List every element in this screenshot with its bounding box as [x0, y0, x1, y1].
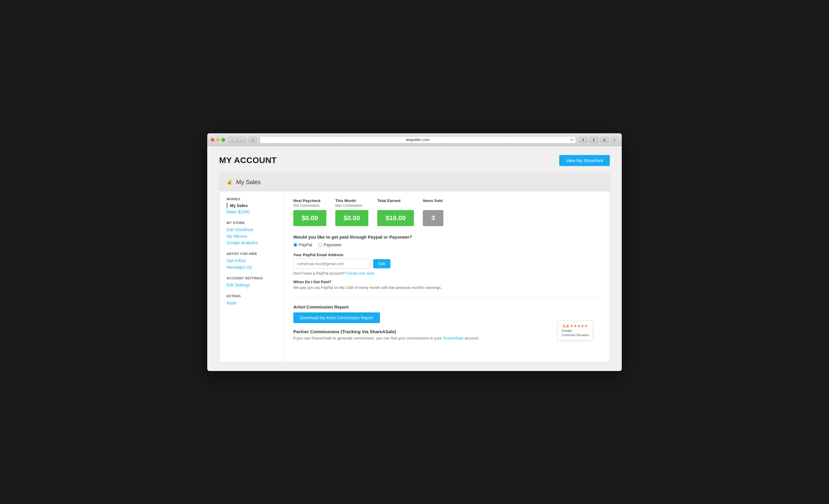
sidebar-my-store-label: MY STORE [227, 221, 278, 225]
page-title: MY ACCOUNT [219, 156, 277, 165]
sidebar-icon[interactable]: ⊞ [600, 137, 609, 143]
no-paypal-text: Don't have a PayPal account? [293, 271, 345, 275]
card-header-title: My Sales [236, 179, 260, 186]
email-input[interactable] [293, 259, 371, 269]
partner-text-before: If you use ShareASale to generate commis… [293, 336, 442, 340]
sidebar-account-settings-section: ACCOUNT SETTINGS Edit Settings [227, 276, 278, 288]
items-sold-value: 3 [423, 210, 443, 226]
this-month-label: This Month [335, 198, 368, 203]
share-icon[interactable]: ⬆ [589, 137, 598, 143]
commission-title: Artist Commission Report [293, 304, 601, 309]
next-paycheck-sub: Oct Commission [293, 203, 326, 208]
sidebar: MONIES My Sales Make $1000 MY STORE Edit… [219, 191, 285, 362]
create-paypal-link[interactable]: Create one here. [346, 271, 375, 275]
when-paid-title: When Do I Get Paid? [293, 280, 601, 284]
sidebar-account-settings-label: ACCOUNT SETTINGS [227, 276, 278, 280]
view-button[interactable]: ⊡ [248, 137, 257, 143]
reload-icon[interactable]: ↻ [570, 138, 574, 142]
browser-chrome: ‹ › ⊡ teepublic.com ↻ ⬇ ⬆ ⊞ + [207, 133, 622, 146]
total-earned-label: Total Earned [377, 198, 414, 203]
sidebar-link-messages[interactable]: Messages (0) [227, 264, 278, 270]
minimize-button[interactable] [216, 138, 220, 142]
page-header: MY ACCOUNT View My Storefront [219, 155, 610, 166]
paypal-option[interactable]: PayPal [293, 242, 312, 247]
browser-window: ‹ › ⊡ teepublic.com ↻ ⬇ ⬆ ⊞ + MY ACCOUNT… [207, 133, 622, 371]
forward-button[interactable]: › [237, 137, 245, 143]
sidebar-link-my-albums[interactable]: My Albums [227, 233, 278, 239]
payment-section: Would you like to get paid through Paypa… [293, 234, 601, 297]
nav-buttons: ‹ › [228, 137, 245, 143]
paypal-note: Don't have a PayPal account? Create one … [293, 271, 601, 275]
add-tab-button[interactable]: + [611, 137, 618, 143]
page-content: MY ACCOUNT View My Storefront 💰 My Sales… [207, 146, 622, 371]
sidebar-item-my-sales: My Sales [227, 203, 278, 208]
download-commission-button[interactable]: Download My Artist Commission Report [293, 312, 380, 323]
payoneer-label: Payoneer [324, 242, 341, 247]
browser-actions: ⬇ ⬆ ⊞ + [579, 137, 618, 143]
main-card: 💰 My Sales MONIES My Sales Make $1000 MY… [219, 173, 610, 362]
paypal-radio[interactable] [293, 243, 297, 247]
traffic-lights [211, 138, 225, 142]
payoneer-option[interactable]: Payoneer [318, 242, 341, 247]
paypal-label: PayPal [299, 242, 312, 247]
payment-question: Would you like to get paid through Paypa… [293, 234, 601, 239]
this-month-value: $0.00 [335, 210, 368, 226]
card-header: 💰 My Sales [219, 173, 610, 191]
url-text: teepublic.com [406, 138, 430, 142]
sidebar-extras-section: EXTRAS Apps [227, 294, 278, 306]
next-paycheck-label: Next Paycheck [293, 198, 326, 203]
sidebar-link-make-1000[interactable]: Make $1000 [227, 208, 278, 215]
google-reviews-text: Google Customer Reviews [562, 328, 589, 338]
card-body: MONIES My Sales Make $1000 MY STORE Edit… [219, 191, 610, 362]
sidebar-monies-label: MONIES [227, 197, 278, 201]
shareasale-link[interactable]: ShareASale [443, 336, 463, 340]
sidebar-extras-label: EXTRAS [227, 294, 278, 298]
google-reviews-badge: 4.6 ★★★★★ Google Customer Reviews [558, 321, 593, 340]
sidebar-link-google-analytics[interactable]: Google Analytics [227, 239, 278, 246]
email-row: Edit [293, 259, 601, 269]
items-sold-label: Items Sold [423, 198, 443, 203]
this-month-sub: Nov Commission [335, 203, 368, 208]
google-rating: 4.6 [563, 323, 569, 328]
next-paycheck-value: $0.00 [293, 210, 326, 226]
total-earned-value: $10.00 [377, 210, 414, 226]
sidebar-link-edit-settings[interactable]: Edit Settings [227, 282, 278, 288]
stats-row: Next Paycheck Oct Commission $0.00 This … [293, 198, 601, 226]
total-earned-sub [377, 203, 414, 208]
sidebar-link-apps[interactable]: Apps [227, 300, 278, 306]
payoneer-radio[interactable] [318, 243, 322, 247]
stat-next-paycheck: Next Paycheck Oct Commission $0.00 [293, 198, 326, 226]
sidebar-my-store-section: MY STORE Edit Storefront My Albums Googl… [227, 221, 278, 246]
partner-text: If you use ShareASale to generate commis… [293, 336, 479, 340]
view-storefront-button[interactable]: View My Storefront [559, 155, 610, 166]
payment-radio-group: PayPal Payoneer [293, 242, 601, 247]
back-button[interactable]: ‹ [228, 137, 237, 143]
sidebar-monies-section: MONIES My Sales Make $1000 [227, 197, 278, 215]
stat-total-earned: Total Earned $10.00 [377, 198, 414, 226]
stat-this-month: This Month Nov Commission $0.00 [335, 198, 368, 226]
partner-text-after: account. [465, 336, 479, 340]
money-icon: 💰 [227, 180, 232, 185]
edit-email-button[interactable]: Edit [373, 259, 390, 268]
maximize-button[interactable] [221, 138, 225, 142]
google-stars: ★★★★★ [570, 324, 588, 328]
email-field-label: Your PayPal Email Address [293, 253, 601, 257]
stat-items-sold: Items Sold 3 [423, 198, 443, 226]
when-paid-text: We pay you via PayPal on the 15th of eve… [293, 285, 601, 290]
sidebar-artist-hire-label: ARTIST FOR HIRE [227, 252, 278, 256]
main-content: Next Paycheck Oct Commission $0.00 This … [285, 191, 610, 362]
commission-section: Artist Commission Report Download My Art… [293, 304, 601, 348]
address-bar[interactable]: teepublic.com ↻ [260, 136, 576, 144]
items-sold-sub [423, 203, 443, 208]
sidebar-artist-hire-section: ARTIST FOR HIRE Opt In/Out Messages (0) [227, 252, 278, 270]
partner-title: Partner Commissions (Tracking Via ShareA… [293, 329, 479, 334]
sidebar-link-edit-storefront[interactable]: Edit Storefront [227, 226, 278, 233]
download-icon[interactable]: ⬇ [579, 137, 587, 143]
close-button[interactable] [211, 138, 214, 142]
sidebar-link-opt-in-out[interactable]: Opt In/Out [227, 257, 278, 264]
